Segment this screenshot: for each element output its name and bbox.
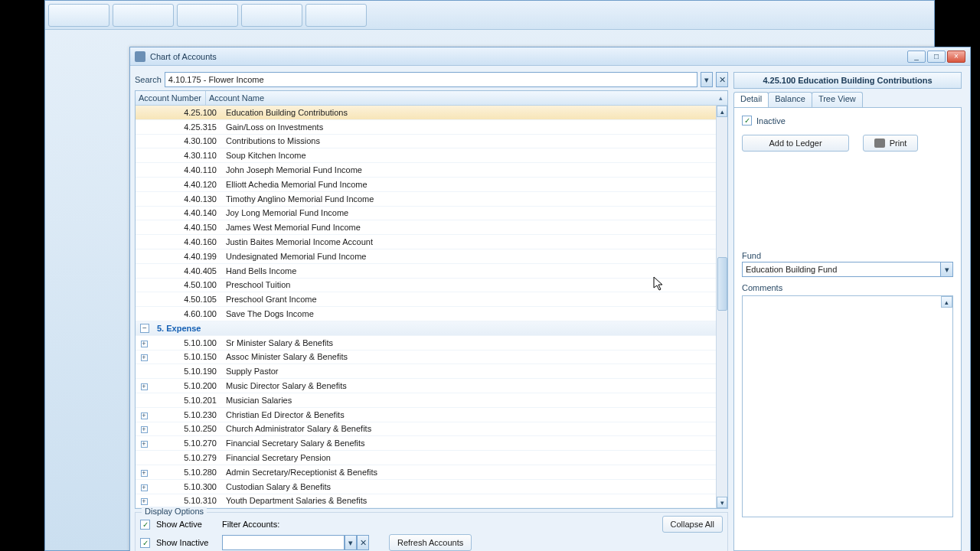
account-name-cell: Custodian Salary & Benefits [223,482,727,491]
table-row[interactable]: +5.10.270Financial Secretary Salary & Be… [136,436,727,451]
table-row[interactable]: 4.40.110John Joseph Memorial Fund Income [136,163,727,178]
table-row[interactable]: 4.40.199Undesignated Memorial Fund Incom… [136,249,727,264]
table-row[interactable]: 4.40.140Joy Long Memorial Fund Income [136,207,727,221]
account-number-cell: 5.10.270 [152,439,223,448]
tab-tree-view[interactable]: Tree View [812,92,863,107]
table-row[interactable]: +5.10.280Admin Secretary/Receptionist & … [136,465,727,480]
account-name-cell: Joy Long Memorial Fund Income [223,208,727,217]
fund-input[interactable] [742,262,941,277]
grid-scrollbar[interactable]: ▴ ▾ [716,106,727,508]
scroll-up-icon[interactable]: ▴ [717,106,727,117]
show-active-checkbox[interactable]: ✓ [140,520,150,530]
table-row[interactable]: +5.10.250Church Administrator Salary & B… [136,422,727,437]
table-row[interactable]: 4.50.105Preschool Grant Income [136,292,727,307]
show-inactive-checkbox[interactable]: ✓ [140,538,150,548]
search-clear-icon[interactable]: ✕ [716,72,728,87]
account-number-cell: 5.10.150 [152,352,223,361]
account-name-cell: Elliott Achedia Memorial Fund Income [223,180,727,189]
scroll-thumb[interactable] [717,257,727,311]
display-options-group: Display Options ✓ Show Active Filter Acc… [135,512,728,551]
table-row[interactable]: 4.60.100Save The Dogs Income [136,307,727,321]
expand-icon[interactable]: + [136,468,152,477]
table-row[interactable]: +5.10.100Sr Minister Salary & Benefits [136,336,727,350]
search-input[interactable] [165,72,697,87]
group-label: 5. Expense [154,324,201,333]
expand-icon[interactable]: + [136,424,152,433]
account-name-cell: Justin Baites Memorial Income Account [223,237,727,246]
account-number-cell: 5.10.230 [152,410,223,419]
scroll-down-icon[interactable]: ▾ [717,497,727,508]
inactive-checkbox[interactable]: ✓ [742,116,752,126]
account-number-cell: 5.10.280 [152,468,223,477]
window-icon [135,51,145,62]
chart-of-accounts-window: Chart of Accounts _ □ × Search ▾ ✕ Accou… [129,47,971,551]
table-row[interactable]: 4.25.100Education Building Contributions [136,106,727,120]
comments-textarea[interactable]: ▴ [742,295,953,517]
filter-accounts-input[interactable] [222,535,345,550]
close-button[interactable]: × [947,51,965,63]
account-name-cell: Supply Pastor [223,367,727,376]
printer-icon [874,139,885,148]
expand-icon[interactable]: + [136,410,152,419]
toolbar-btn-4[interactable] [241,4,302,27]
account-name-cell: John Joseph Memorial Fund Income [223,165,727,174]
add-to-ledger-button[interactable]: Add to Ledger [742,135,849,152]
column-account-number[interactable]: Account Number [136,91,206,105]
refresh-accounts-button[interactable]: Refresh Accounts [389,534,472,551]
expand-icon[interactable]: + [136,496,152,505]
comments-scroll-up-icon[interactable]: ▴ [941,296,952,308]
table-row[interactable]: 4.40.160Justin Baites Memorial Income Ac… [136,235,727,249]
tab-detail[interactable]: Detail [733,92,769,107]
expand-icon[interactable]: + [136,381,152,390]
table-row[interactable]: 4.40.405Hand Bells Income [136,264,727,279]
filter-clear-icon[interactable]: ✕ [357,535,369,550]
toolbar-btn-5[interactable] [305,4,367,27]
table-row[interactable]: +5.10.230Christian Ed Director & Benefit… [136,408,727,422]
table-row[interactable]: 4.50.100Preschool Tuition [136,279,727,293]
maximize-button[interactable]: □ [927,51,946,63]
search-dropdown-icon[interactable]: ▾ [701,72,713,87]
display-options-legend: Display Options [142,507,207,516]
expand-icon[interactable]: + [136,439,152,448]
toolbar-btn-3[interactable] [177,4,238,27]
account-name-cell: Preschool Grant Income [223,295,727,304]
table-row[interactable]: 4.25.315Gain/Loss on Investments [136,120,727,135]
table-row[interactable]: 5.10.279Financial Secretary Pension [136,451,727,465]
titlebar[interactable]: Chart of Accounts _ □ × [130,47,970,66]
table-row[interactable]: 4.40.150James West Memorial Fund Income [136,220,727,235]
table-row[interactable]: +5.10.150Assoc Minister Salary & Benefit… [136,350,727,365]
detail-header: 4.25.100 Education Building Contribution… [733,72,962,89]
account-name-cell: Education Building Contributions [223,108,727,117]
account-number-cell: 4.40.110 [152,165,223,174]
tab-balance[interactable]: Balance [768,92,812,107]
table-row[interactable]: 4.40.120Elliott Achedia Memorial Fund In… [136,178,727,192]
collapse-all-button[interactable]: Collapse All [662,516,723,533]
detail-panel: ✓ Inactive Add to Ledger Print Fund ▾ [733,107,962,551]
table-row[interactable]: +5.10.310Youth Department Salaries & Ben… [136,494,727,508]
expand-icon[interactable]: + [136,338,152,347]
account-name-cell: Gain/Loss on Investments [223,122,727,132]
account-number-cell: 4.30.110 [152,151,223,160]
account-number-cell: 5.10.250 [152,424,223,433]
table-row[interactable]: 4.30.100Contributions to Missions [136,135,727,149]
filter-dropdown-icon[interactable]: ▾ [345,535,357,550]
minimize-button[interactable]: _ [907,51,926,63]
table-row[interactable]: 4.30.110Soup Kitchen Income [136,148,727,163]
table-row[interactable]: +5.10.200Music Director Salary & Benefit… [136,379,727,393]
table-row[interactable]: +5.10.300Custodian Salary & Benefits [136,480,727,494]
fund-combo[interactable]: ▾ [742,262,953,277]
expand-icon[interactable]: + [136,352,152,361]
toolbar-btn-2[interactable] [113,4,174,27]
expand-icon[interactable]: + [136,482,152,491]
table-row[interactable]: 5.10.201Musician Salaries [136,393,727,408]
account-number-cell: 4.50.100 [152,280,223,289]
collapse-icon[interactable]: − [140,324,149,333]
print-button[interactable]: Print [863,135,918,152]
column-account-name[interactable]: Account Name ▴ [206,91,727,105]
fund-dropdown-icon[interactable]: ▾ [941,262,953,277]
table-row[interactable]: 5.10.190Supply Pastor [136,364,727,379]
table-row[interactable]: 4.40.130Timothy Anglino Memorial Fund In… [136,192,727,207]
group-row-expense[interactable]: −5. Expense [136,321,727,336]
account-number-cell: 4.40.120 [152,180,223,189]
toolbar-btn-1[interactable] [48,4,109,27]
